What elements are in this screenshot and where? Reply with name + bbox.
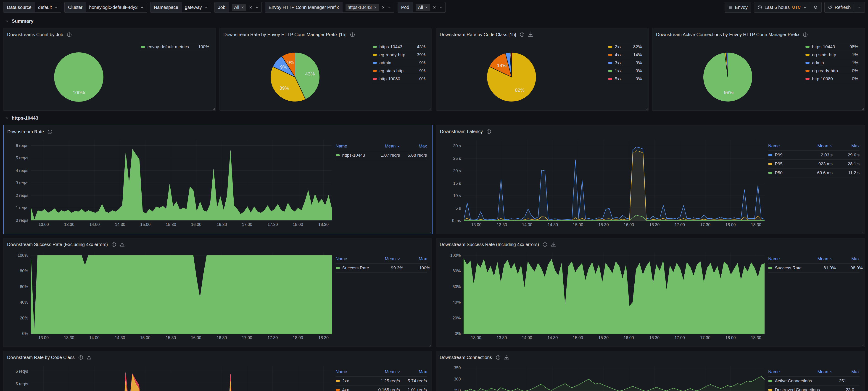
legend-col-max[interactable]: Max xyxy=(400,369,427,374)
legend-col-mean[interactable]: Mean xyxy=(798,143,833,148)
filter-value[interactable]: https-10443 xyxy=(343,2,394,12)
panel-header[interactable]: Downstream Connections xyxy=(436,351,865,361)
warning-icon[interactable] xyxy=(551,242,556,247)
filter-job[interactable]: Job All xyxy=(214,2,262,12)
legend-series[interactable]: 4xx xyxy=(336,387,366,391)
panel-header[interactable]: Downstream Active Connections by Envoy H… xyxy=(652,28,865,38)
chevron-down-icon[interactable] xyxy=(55,6,58,9)
chart-canvas[interactable] xyxy=(31,366,332,391)
plot-area[interactable]: 05010015020025030035013:0013:3014:0014:3… xyxy=(440,366,765,391)
panel-title[interactable]: Downstream Latency xyxy=(440,129,483,134)
legend-col-name[interactable]: Name xyxy=(768,369,798,374)
clear-icon[interactable] xyxy=(249,6,252,9)
legend-series[interactable]: P95 xyxy=(768,162,798,166)
panel-header[interactable]: Downstream Success Rate (Excluding 4xx e… xyxy=(3,238,432,248)
legend-col-mean[interactable]: Mean xyxy=(366,144,400,149)
panel-resize-handle[interactable] xyxy=(428,343,431,346)
dashboard-menu-button[interactable]: Envoy xyxy=(724,2,751,12)
legend-series[interactable]: Success Rate xyxy=(336,266,369,271)
legend-series[interactable]: 2xx xyxy=(336,379,366,384)
info-icon[interactable] xyxy=(48,130,52,134)
info-icon[interactable] xyxy=(496,355,501,360)
pie-chart[interactable]: 98% xyxy=(701,51,754,104)
chart-canvas[interactable] xyxy=(31,253,332,334)
remove-value-icon[interactable] xyxy=(241,6,244,9)
legend-row[interactable]: 1xx0% xyxy=(608,67,642,75)
plot-area[interactable]: 0 req/s1 req/s2 req/s3 req/s4 req/s5 req… xyxy=(7,140,333,231)
filter-value[interactable]: All xyxy=(413,2,445,12)
legend-row[interactable]: Destroyed Connections23.094.9 xyxy=(768,385,860,391)
panel-title[interactable]: Downstream Rate by Code Class xyxy=(7,355,75,360)
legend-series[interactable]: Active Connections xyxy=(768,379,812,384)
legend-col-name[interactable]: Name xyxy=(336,144,366,149)
legend-row[interactable]: P95923 ms28.1 s xyxy=(768,159,860,168)
legend-row[interactable]: 5xx0% xyxy=(608,75,642,83)
panel-header[interactable]: Downstream Success Rate (Including 4xx e… xyxy=(436,238,865,248)
info-icon[interactable] xyxy=(350,32,355,37)
panel-header[interactable]: Downstreams Count by Job xyxy=(3,28,216,38)
filter-cluster[interactable]: Cluster honeylogic-default-4dy3 xyxy=(64,2,147,12)
panel-title[interactable]: Downstream Rate by Envoy HTTP Conn Manag… xyxy=(223,32,346,37)
filter-pod[interactable]: Pod All xyxy=(398,2,446,12)
filter-chip[interactable]: All xyxy=(232,4,246,11)
filter-value[interactable]: default xyxy=(35,2,61,12)
panel-header[interactable]: Downstream Rate by Code Class [1h] xyxy=(436,28,648,38)
legend-row[interactable]: P5069.6 ms11.2 s xyxy=(768,168,860,177)
clear-icon[interactable] xyxy=(433,6,436,9)
legend-row[interactable]: http-100800% xyxy=(372,75,426,83)
filter-value[interactable]: All xyxy=(229,2,261,12)
legend-series[interactable]: https-10443 xyxy=(336,153,366,158)
chevron-down-icon[interactable] xyxy=(205,6,208,9)
plot-area[interactable]: 0%20%40%60%80%100%13:0013:3014:0014:3015… xyxy=(440,253,765,344)
legend-col-mean[interactable]: Mean xyxy=(366,369,400,374)
legend-row[interactable]: 4xx0.165 req/s1.01 req/s xyxy=(336,385,427,391)
panel-resize-handle[interactable] xyxy=(645,107,648,110)
legend-col-max[interactable]: Max xyxy=(833,143,860,148)
legend-col-max[interactable]: Max xyxy=(400,144,427,149)
panel-title[interactable]: Downstream Rate xyxy=(7,129,44,135)
legend-series[interactable]: P99 xyxy=(768,152,798,158)
panel-title[interactable]: Downstreams Count by Job xyxy=(7,32,63,37)
legend-row[interactable]: https-1044398% xyxy=(805,43,859,51)
panel-resize-handle[interactable] xyxy=(861,230,864,233)
legend-col-name[interactable]: Name xyxy=(336,369,366,374)
legend-col-mean[interactable]: Mean xyxy=(366,256,400,261)
chart-canvas[interactable] xyxy=(31,140,332,220)
refresh-button[interactable]: Refresh xyxy=(825,2,865,12)
legend-row[interactable]: Success Rate81.9%98.9% xyxy=(768,263,860,273)
legend-row[interactable]: 4xx14% xyxy=(608,51,642,59)
panel-title[interactable]: Downstream Success Rate (Excluding 4xx e… xyxy=(7,242,108,247)
legend-row[interactable]: admin9% xyxy=(372,59,426,67)
time-range-button[interactable]: Last 6 hours UTC xyxy=(754,2,822,12)
legend-col-name[interactable]: Name xyxy=(768,143,798,148)
info-icon[interactable] xyxy=(520,32,525,37)
legend-series[interactable]: P50 xyxy=(768,170,798,175)
legend-col-max[interactable]: Max xyxy=(400,256,427,261)
chart-canvas[interactable] xyxy=(464,140,765,221)
pie-chart[interactable]: 43%39%9%9% xyxy=(269,51,321,104)
legend-col-mean[interactable]: Mean xyxy=(798,369,833,374)
chevron-down-icon[interactable] xyxy=(858,6,861,9)
filter-value[interactable]: honeylogic-default-4dy3 xyxy=(86,2,147,12)
info-icon[interactable] xyxy=(112,242,116,247)
filter-chip[interactable]: https-10443 xyxy=(345,4,379,11)
legend-row[interactable]: eg-stats-http9% xyxy=(372,67,426,75)
filter-value[interactable]: gateway xyxy=(182,2,211,12)
legend-row[interactable]: 2xx1.25 req/s5.74 req/s xyxy=(336,376,427,385)
legend-row[interactable]: https-104431.07 req/s5.68 req/s xyxy=(336,151,427,160)
legend-row[interactable]: eg-stats-http1% xyxy=(805,51,859,59)
panel-title[interactable]: Downstream Success Rate (Including 4xx e… xyxy=(440,242,539,247)
panel-header[interactable]: Downstream Rate by Envoy HTTP Conn Manag… xyxy=(220,28,432,38)
legend-row[interactable]: 2xx82% xyxy=(608,43,642,51)
panel-resize-handle[interactable] xyxy=(428,230,431,233)
info-icon[interactable] xyxy=(542,242,547,247)
legend-row[interactable]: http-100800% xyxy=(805,75,859,83)
info-icon[interactable] xyxy=(487,129,491,134)
legend-row[interactable]: Success Rate99.3%100% xyxy=(336,263,427,273)
warning-icon[interactable] xyxy=(87,355,92,360)
pie-chart[interactable]: 100% xyxy=(52,51,105,104)
legend-series[interactable]: Destroyed Connections xyxy=(768,387,820,391)
warning-icon[interactable] xyxy=(504,355,509,360)
panel-title[interactable]: Downstream Active Connections by Envoy H… xyxy=(656,32,800,37)
plot-area[interactable]: 0 req/s1 req/s2 req/s3 req/s4 req/s5 req… xyxy=(7,366,333,391)
